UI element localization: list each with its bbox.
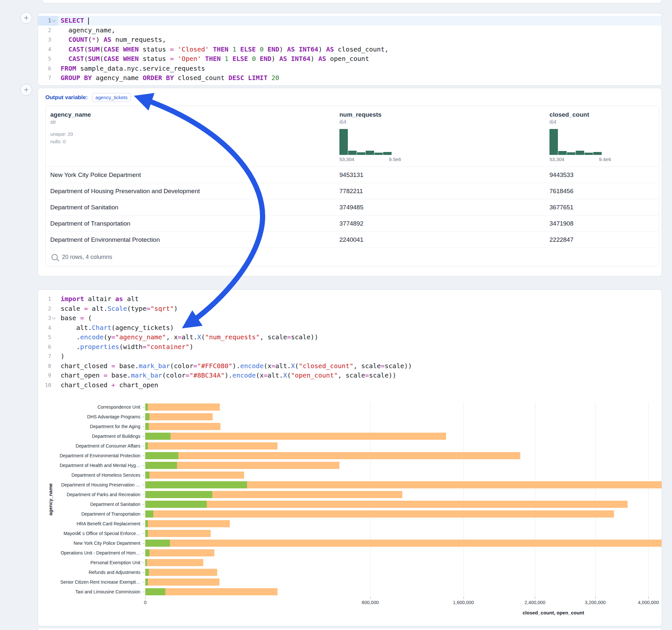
code-text: GROUP BY agency_name ORDER BY closed_cou…	[61, 73, 279, 83]
y-axis-label: Department of Housing Preservation …	[38, 480, 140, 490]
code-line[interactable]: 6FROM sample_data.nyc.service_requests	[38, 64, 662, 74]
add-cell-button[interactable]: +	[20, 84, 32, 96]
code-token	[119, 45, 123, 53]
x-axis-tick	[648, 597, 649, 599]
line-number: 5	[38, 333, 58, 342]
bar-open-count	[145, 462, 177, 469]
x-axis-tick	[535, 597, 535, 599]
x-axis-tick	[595, 597, 596, 599]
histogram-max: 9.5e6	[389, 156, 401, 162]
code-line[interactable]: 6 .properties(width="container")	[38, 342, 662, 352]
column-header[interactable]: num_requestsi6453,3049.5e6	[335, 106, 545, 167]
histogram-bar	[593, 152, 602, 155]
histogram-bar	[584, 153, 593, 155]
code-token: CASE	[103, 55, 119, 63]
add-cell-button[interactable]: +	[20, 12, 32, 24]
code-line[interactable]: 3 COUNT(*) AS num_requests,	[38, 35, 662, 45]
code-token: THEN	[213, 45, 229, 53]
output-variable-chip[interactable]: agency_tickets	[92, 93, 130, 102]
code-line[interactable]: 1SELECT	[38, 16, 662, 26]
code-token: .	[61, 333, 80, 341]
code-text: scale = alt.Scale(type="sqrt")	[61, 304, 178, 314]
code-token: END	[260, 55, 271, 63]
code-line[interactable]: 9chart_open = base.mark_bar(color="#8BC3…	[38, 371, 662, 381]
line-number: 10	[38, 381, 58, 390]
grid-line	[535, 402, 535, 597]
code-token	[244, 74, 248, 82]
line-number-text: 9	[48, 371, 51, 381]
line-number: 6	[38, 342, 58, 352]
line-number-text: 5	[48, 54, 51, 64]
y-axis-label: Mayorâ€ s Office of Special Enforce…	[38, 529, 140, 538]
code-line[interactable]: 7GROUP BY agency_name ORDER BY closed_co…	[38, 73, 662, 83]
sql-code-editor[interactable]: 1SELECT 2 agency_name,3 COUNT(*) AS num_…	[38, 16, 662, 83]
code-line[interactable]: 5 .encode(y="agency_name", x=alt.X("num_…	[38, 333, 662, 342]
code-token: (width	[119, 343, 143, 350]
code-token: (	[295, 362, 299, 370]
code-token: ORDER BY	[143, 74, 174, 82]
code-line[interactable]: 4 CAST(SUM(CASE WHEN status = 'Closed' T…	[38, 45, 662, 54]
code-line[interactable]: 7)	[38, 352, 662, 361]
code-token: chart_closed	[61, 362, 112, 370]
code-token: "#FFC080"	[197, 362, 232, 370]
code-token: 0	[260, 45, 264, 53]
line-number: 1	[38, 294, 58, 304]
code-line[interactable]: 2 agency_name,	[38, 26, 662, 35]
column-header[interactable]: closed_counti6453,3049.4e6	[545, 106, 659, 167]
code-token: WHEN	[123, 55, 139, 63]
code-line[interactable]: 1import altair as alt	[38, 294, 662, 304]
code-token: =	[271, 362, 275, 370]
code-token: GROUP BY	[61, 74, 92, 82]
code-token: SUM	[88, 55, 99, 63]
bar-closed-count	[145, 452, 520, 459]
column-header[interactable]: agency_namestrunique: 20nulls: 0	[46, 106, 335, 167]
x-axis-tick	[463, 597, 464, 599]
line-number: 3	[38, 313, 58, 323]
line-number-text: 2	[48, 304, 51, 314]
code-token: =	[170, 45, 174, 53]
table-cell: Department of Sanitation	[46, 204, 335, 211]
table-cell: 9443533	[545, 171, 659, 178]
line-number-text: 3	[48, 35, 51, 45]
code-token	[229, 45, 233, 53]
code-token: altair	[84, 295, 115, 303]
search-icon[interactable]	[51, 254, 58, 260]
code-token: encode	[240, 362, 264, 370]
code-line[interactable]: 4 alt.Chart(agency_tickets)	[38, 323, 662, 333]
code-token: )	[61, 352, 65, 360]
code-token	[295, 45, 299, 53]
code-token: )	[189, 343, 193, 350]
code-line[interactable]: 2scale = alt.Scale(type="sqrt")	[38, 304, 662, 314]
x-tick-label: 3,200,000	[585, 600, 606, 605]
code-token	[61, 55, 68, 63]
y-axis-label: Senior Citizen Rent Increase Exempti…	[38, 577, 140, 587]
code-token: scale))	[291, 333, 318, 341]
code-token: Scale	[107, 305, 127, 312]
code-text: chart_closed = base.mark_bar(color="#FFC…	[61, 361, 412, 371]
code-token: agency_name	[92, 74, 143, 82]
collapse-chevron-icon[interactable]	[52, 18, 55, 22]
code-line[interactable]: 3base = (	[38, 313, 662, 323]
table-cell: Department of Housing Preservation and D…	[46, 188, 335, 195]
code-token: AS	[318, 55, 326, 63]
code-token	[256, 45, 260, 53]
code-token: INT64	[299, 45, 318, 53]
table-cell: 9453131	[335, 171, 545, 178]
code-line[interactable]: 8chart_closed = base.mark_bar(color="#FF…	[38, 361, 662, 371]
y-axis-tick	[142, 407, 145, 407]
code-line[interactable]: 5 CAST(SUM(CASE WHEN status = 'Open' THE…	[38, 54, 662, 64]
code-token	[248, 55, 252, 63]
code-token: chart_closed	[61, 381, 112, 389]
bar-open-count	[145, 481, 247, 488]
y-axis-tick	[142, 417, 145, 417]
code-token: =	[365, 371, 369, 379]
python-code-editor[interactable]: 1import altair as alt2scale = alt.Scale(…	[38, 294, 662, 390]
y-axis-tick	[142, 446, 145, 446]
code-line[interactable]: 10chart_closed + chart_open	[38, 381, 662, 390]
code-token: "sqrt"	[150, 305, 174, 312]
code-token: =	[186, 371, 189, 379]
bar-open-count	[145, 404, 148, 411]
code-token: base	[61, 314, 80, 322]
collapse-chevron-icon[interactable]	[52, 316, 55, 319]
code-token: =	[112, 333, 115, 341]
